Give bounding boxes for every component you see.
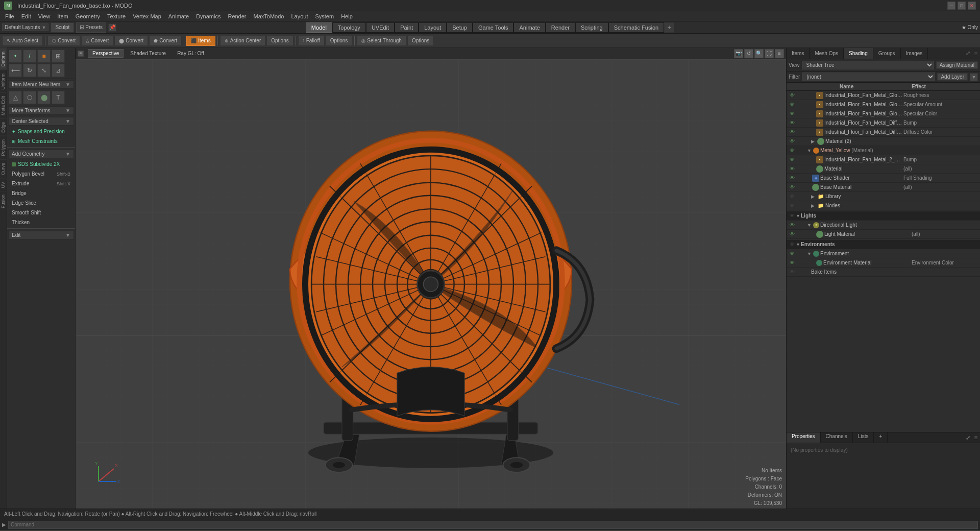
tab-layout[interactable]: Layout — [419, 22, 447, 33]
options-button-1[interactable]: Options — [266, 36, 293, 46]
tab-animate[interactable]: Animate — [513, 22, 545, 33]
tree-item-light-material[interactable]: 👁 Light Material (all) — [787, 230, 980, 239]
tab-uvedit[interactable]: UVEdit — [366, 22, 395, 33]
menu-system[interactable]: System — [312, 12, 337, 20]
menu-animate[interactable]: Animate — [165, 12, 192, 20]
transform-scale[interactable]: ⤡ — [37, 64, 51, 77]
menu-file[interactable]: File — [2, 12, 17, 20]
tab-topology[interactable]: Topology — [332, 22, 366, 33]
expand-icon-7[interactable]: ▼ — [807, 148, 812, 153]
expand-icon-dl[interactable]: ▼ — [807, 223, 812, 228]
rp-tab-shading[interactable]: Shading — [844, 48, 873, 59]
viewport-canvas[interactable]: X Z Y No Items Polygons : Face Channels:… — [76, 59, 786, 509]
visibility-icon-5[interactable]: 👁 — [789, 129, 796, 136]
items-button[interactable]: ⬛ Items — [186, 36, 215, 46]
expand-icon-env[interactable]: ▼ — [807, 251, 812, 256]
add-geometry-dropdown[interactable]: Add Geometry ▼ — [8, 150, 74, 158]
visibility-icon-9[interactable]: 👁 — [789, 165, 796, 173]
visibility-icon-6[interactable]: 👁 — [789, 138, 796, 145]
visibility-icon-4[interactable]: 👁 — [789, 119, 796, 127]
vert-tab-uniform[interactable]: Uniform — [0, 70, 7, 93]
convert-button-4[interactable]: ⬟ Convert — [149, 36, 182, 46]
expand-icon-13[interactable]: ▶ — [811, 203, 816, 208]
expand-icon-6[interactable]: ▶ — [811, 139, 816, 144]
visibility-icon-11[interactable]: 👁 — [789, 184, 796, 191]
convert-button-3[interactable]: ⬤ Convert — [114, 36, 148, 46]
menu-help[interactable]: Help — [338, 12, 356, 20]
rp-tab-groups[interactable]: Groups — [873, 48, 901, 59]
expand-icon-12[interactable]: ▶ — [811, 194, 816, 199]
minimize-button[interactable]: ─ — [947, 2, 955, 10]
zoom-icon[interactable]: 🔍 — [754, 49, 764, 58]
falloff-button[interactable]: ⌇ Falloff — [298, 36, 325, 46]
mesh-icon-1[interactable]: △ — [9, 91, 22, 104]
tree-item-10[interactable]: 👁 ◈ Base Shader Full Shading — [787, 174, 980, 183]
select-through-button[interactable]: ◎ Select Through — [357, 36, 406, 46]
sculpt-button[interactable]: Sculpt — [51, 22, 74, 33]
auto-select-button[interactable]: ↖ Auto Select — [2, 36, 43, 46]
visibility-icon-8[interactable]: 👁 — [789, 156, 796, 163]
rp-expand-button[interactable]: ⤢ — [964, 48, 972, 59]
vert-tab-edge[interactable]: Edge — [0, 118, 7, 136]
maximize-vp-icon[interactable]: ⛶ — [765, 49, 774, 58]
environment-visibility[interactable]: 👁 — [789, 250, 796, 257]
prop-tab-add[interactable]: + — [874, 432, 888, 443]
menu-item[interactable]: Item — [54, 12, 71, 20]
smooth-shift-tool[interactable]: Smooth Shift — [8, 208, 74, 217]
filter-select[interactable]: (none) — [802, 73, 935, 81]
select-mode-pts[interactable]: • — [9, 50, 22, 63]
menu-maxtomodo[interactable]: MaxToModo — [251, 12, 287, 20]
prop-tab-properties[interactable]: Properties — [787, 432, 821, 443]
tree-item-2[interactable]: 👁 ▪ Industrial_Floor_Fan_Metal_Glossines… — [787, 100, 980, 109]
env-expand-icon[interactable]: ▼ — [796, 242, 801, 247]
assign-material-button[interactable]: Assign Material — [936, 61, 978, 69]
visibility-icon-10[interactable]: 👁 — [789, 175, 796, 182]
polygon-bevel-tool[interactable]: Polygon Bevel Shift-B — [8, 170, 74, 178]
lights-section-header[interactable]: 👁 ▼ Lights — [787, 211, 980, 221]
menu-render[interactable]: Render — [225, 12, 249, 20]
mesh-icon-2[interactable]: ⬡ — [23, 91, 36, 104]
visibility-icon-7[interactable]: 👁 — [789, 147, 796, 154]
menu-layout[interactable]: Layout — [288, 12, 311, 20]
tree-item-env-material[interactable]: 👁 Environment Material Environment Color — [787, 258, 980, 268]
more-transforms-dropdown[interactable]: More Transforms ▼ — [8, 106, 74, 115]
menu-texture[interactable]: Texture — [104, 12, 129, 20]
tree-item-4[interactable]: 👁 ▪ Industrial_Floor_Fan_Metal_Diffuse (… — [787, 118, 980, 128]
vert-tab-fusion[interactable]: Fusion — [0, 191, 7, 211]
add-tab-button[interactable]: + — [664, 22, 674, 33]
transform-extra[interactable]: ⊿ — [52, 64, 65, 77]
action-center-button[interactable]: ⊕ Action Center — [220, 36, 266, 46]
tab-scripting[interactable]: Scripting — [575, 22, 608, 33]
mesh-icon-4[interactable]: T — [52, 91, 65, 104]
lights-expand-icon[interactable]: ▼ — [796, 213, 801, 219]
refresh-icon[interactable]: ↺ — [744, 49, 753, 58]
prop-options-button[interactable]: ≡ — [972, 432, 980, 443]
item-menu-dropdown[interactable]: Item Menu: New Item ▼ — [8, 80, 74, 89]
filter-options-button[interactable]: ▼ — [970, 73, 978, 81]
menu-dynamics[interactable]: Dynamics — [193, 12, 224, 20]
mesh-icon-3[interactable]: ⬤ — [37, 91, 51, 104]
center-selected-dropdown[interactable]: Center Selected ▼ — [8, 117, 74, 126]
vp-tab-perspective[interactable]: Perspective — [88, 49, 124, 58]
visibility-icon-2[interactable]: 👁 — [789, 101, 796, 108]
tree-item-6[interactable]: 👁 ▶ Material (2) — [787, 137, 980, 146]
rp-tab-items[interactable]: Items — [787, 48, 810, 59]
rp-options-button[interactable]: ≡ — [972, 48, 980, 59]
tree-item-bake[interactable]: 👁 Bake Items — [787, 268, 980, 277]
default-layouts-dropdown[interactable]: Default Layouts ▼ — [2, 23, 48, 31]
vp-tab-shaded-texture[interactable]: Shaded Texture — [126, 49, 170, 58]
rp-tab-mesh-ops[interactable]: Mesh Ops — [810, 48, 844, 59]
menu-edit[interactable]: Edit — [18, 12, 34, 20]
tree-item-8[interactable]: 👁 ▪ Industrial_Floor_Fan_Metal_2_Bump (I… — [787, 155, 980, 164]
tree-item-directional-light[interactable]: 👁 ▼ ☀ Directional Light — [787, 221, 980, 230]
prop-expand-button[interactable]: ⤢ — [964, 432, 972, 443]
vp-options-icon[interactable]: ≡ — [775, 49, 784, 58]
tree-item-environment[interactable]: 👁 ▼ Environment — [787, 249, 980, 258]
menu-geometry[interactable]: Geometry — [72, 12, 103, 20]
menu-vertex-map[interactable]: Vertex Map — [130, 12, 164, 20]
presets-button[interactable]: ⊞ Presets — [76, 22, 106, 33]
select-mode-edge[interactable]: / — [23, 50, 36, 63]
light-mat-visibility[interactable]: 👁 — [789, 231, 796, 238]
tab-game-tools[interactable]: Game Tools — [473, 22, 514, 33]
visibility-icon-1[interactable]: 👁 — [789, 92, 796, 99]
